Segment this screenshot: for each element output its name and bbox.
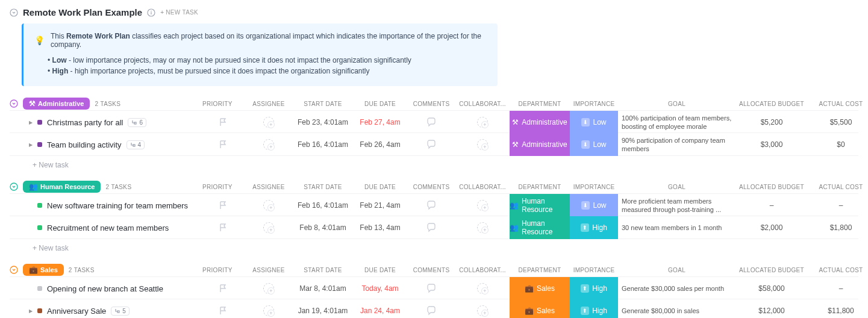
task-name[interactable]: Recruitment of new team members: [47, 223, 169, 232]
add-collaborator-icon[interactable]: [477, 200, 488, 211]
collab-cell[interactable]: [455, 222, 510, 233]
add-collaborator-icon[interactable]: [477, 117, 488, 128]
priority-cell[interactable]: [202, 117, 245, 128]
comments-cell[interactable]: [407, 305, 455, 316]
add-assignee-icon[interactable]: [263, 139, 274, 150]
table-row[interactable]: ▶ Team building activity 4 Feb 16, 4:01a…: [10, 133, 858, 156]
add-assignee-icon[interactable]: [263, 117, 274, 128]
department-badge[interactable]: ⚒ Administrative: [510, 133, 570, 156]
table-row[interactable]: ▶ Opening of new branch at Seattle Mar 8…: [10, 276, 858, 299]
priority-cell[interactable]: [202, 305, 245, 316]
assignee-cell[interactable]: [245, 139, 293, 150]
expand-row-icon[interactable]: ▶: [29, 308, 33, 314]
importance-badge[interactable]: ⬆ High: [570, 277, 618, 300]
budget-value[interactable]: $12,000: [735, 307, 808, 315]
comments-cell[interactable]: [407, 200, 455, 211]
task-name[interactable]: Opening of new branch at Seattle: [47, 284, 163, 293]
cost-value[interactable]: $1,800: [808, 223, 868, 232]
info-icon[interactable]: [147, 8, 155, 17]
collab-cell[interactable]: [455, 200, 510, 211]
budget-value[interactable]: $2,000: [735, 223, 808, 232]
goal-text[interactable]: Generate $80,000 in sales: [618, 307, 735, 315]
new-task-button[interactable]: + New task: [10, 239, 858, 257]
group-pill[interactable]: ⚒ Administrative: [23, 98, 90, 110]
start-date[interactable]: Mar 8, 4:01am: [293, 284, 353, 293]
table-row[interactable]: ▶ Anniversary Sale 5 Jan 19, 4:01am Jan …: [10, 299, 858, 318]
budget-value[interactable]: $5,200: [735, 118, 808, 126]
status-square-icon[interactable]: [37, 203, 42, 208]
priority-cell[interactable]: [202, 200, 245, 211]
importance-badge[interactable]: ⬆ High: [570, 216, 618, 239]
group-pill[interactable]: 💼 Sales: [23, 264, 64, 276]
collapse-all-icon[interactable]: [10, 8, 18, 17]
department-badge[interactable]: ⚒ Administrative: [510, 111, 570, 134]
group-collapse-icon[interactable]: [10, 182, 18, 191]
new-task-button[interactable]: + New task: [10, 156, 858, 174]
due-date[interactable]: Feb 27, 4am: [353, 118, 407, 126]
start-date[interactable]: Feb 8, 4:01am: [293, 223, 353, 232]
comments-cell[interactable]: [407, 283, 455, 294]
new-task-button-top[interactable]: + NEW TASK: [160, 9, 198, 16]
due-date[interactable]: Today, 4am: [353, 284, 407, 293]
task-name[interactable]: New software training for team members: [47, 201, 188, 210]
cost-value[interactable]: $0: [808, 140, 868, 149]
collab-cell[interactable]: [455, 283, 510, 294]
subtask-badge[interactable]: 4: [126, 140, 145, 149]
due-date[interactable]: Feb 21, 4am: [353, 201, 407, 210]
task-name[interactable]: Team building activity: [47, 140, 122, 149]
add-assignee-icon[interactable]: [263, 283, 274, 294]
start-date[interactable]: Feb 23, 4:01am: [293, 118, 353, 126]
comments-cell[interactable]: [407, 222, 455, 233]
status-square-icon[interactable]: [37, 225, 42, 230]
assignee-cell[interactable]: [245, 283, 293, 294]
subtask-badge[interactable]: 5: [111, 307, 130, 316]
status-square-icon[interactable]: [37, 308, 42, 313]
due-date[interactable]: Feb 13, 4am: [353, 223, 407, 232]
group-collapse-icon[interactable]: [10, 99, 18, 108]
add-collaborator-icon[interactable]: [477, 139, 488, 150]
priority-cell[interactable]: [202, 222, 245, 233]
goal-text[interactable]: Generate $30,000 sales per month: [618, 284, 735, 293]
importance-badge[interactable]: ⬇ Low: [570, 111, 618, 134]
department-badge[interactable]: 💼 Sales: [510, 299, 570, 318]
collab-cell[interactable]: [455, 139, 510, 150]
add-assignee-icon[interactable]: [263, 200, 274, 211]
status-square-icon[interactable]: [37, 142, 42, 147]
collab-cell[interactable]: [455, 305, 510, 316]
due-date[interactable]: Feb 26, 4am: [353, 140, 407, 149]
goal-text[interactable]: 30 new team members in 1 month: [618, 223, 735, 232]
start-date[interactable]: Jan 19, 4:01am: [293, 307, 353, 315]
comments-cell[interactable]: [407, 117, 455, 128]
subtask-badge[interactable]: 6: [128, 118, 146, 127]
table-row[interactable]: ▶ Christmas party for all 6 Feb 23, 4:01…: [10, 110, 858, 133]
comments-cell[interactable]: [407, 139, 455, 150]
budget-value[interactable]: $58,000: [735, 284, 808, 293]
group-collapse-icon[interactable]: [10, 266, 18, 274]
cost-value[interactable]: $11,800: [808, 307, 868, 315]
start-date[interactable]: Feb 16, 4:01am: [293, 201, 353, 210]
due-date[interactable]: Jan 24, 4am: [353, 307, 407, 315]
expand-row-icon[interactable]: ▶: [29, 120, 33, 125]
goal-text[interactable]: 100% participation of team members, boos…: [618, 114, 735, 131]
collab-cell[interactable]: [455, 117, 510, 128]
cost-value[interactable]: –: [808, 201, 868, 210]
cost-value[interactable]: –: [808, 284, 868, 293]
importance-badge[interactable]: ⬆ High: [570, 299, 618, 318]
priority-cell[interactable]: [202, 139, 245, 150]
group-pill[interactable]: 👥 Human Resource: [23, 181, 101, 193]
budget-value[interactable]: $3,000: [735, 140, 808, 149]
importance-badge[interactable]: ⬇ Low: [570, 133, 618, 156]
task-name[interactable]: Christmas party for all: [47, 118, 123, 127]
department-badge[interactable]: 👥 Human Resource: [510, 194, 570, 217]
priority-cell[interactable]: [202, 283, 245, 294]
add-assignee-icon[interactable]: [263, 222, 274, 233]
status-square-icon[interactable]: [37, 286, 42, 291]
add-collaborator-icon[interactable]: [477, 222, 488, 233]
department-badge[interactable]: 💼 Sales: [510, 277, 570, 300]
add-assignee-icon[interactable]: [263, 305, 274, 316]
status-square-icon[interactable]: [37, 120, 42, 125]
start-date[interactable]: Feb 16, 4:01am: [293, 140, 353, 149]
department-badge[interactable]: 👥 Human Resource: [510, 216, 570, 239]
assignee-cell[interactable]: [245, 222, 293, 233]
table-row[interactable]: ▶ Recruitment of new team members Feb 8,…: [10, 216, 858, 239]
